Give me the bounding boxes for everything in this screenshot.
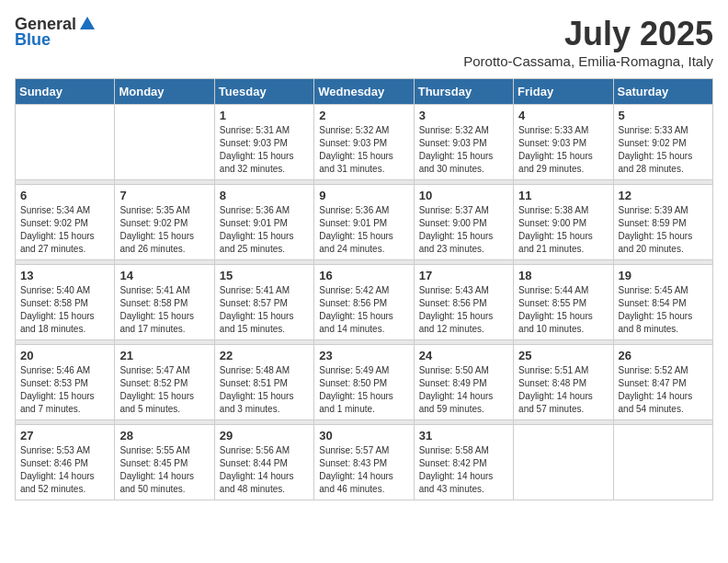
day-number: 17: [419, 269, 508, 282]
day-info: Sunrise: 5:58 AMSunset: 8:42 PMDaylight:…: [419, 444, 508, 496]
weekday-header-friday: Friday: [514, 79, 613, 105]
day-info: Sunrise: 5:31 AMSunset: 9:03 PMDaylight:…: [220, 124, 309, 176]
calendar-cell: 17Sunrise: 5:43 AMSunset: 8:56 PMDayligh…: [414, 265, 513, 340]
calendar-cell: 29Sunrise: 5:56 AMSunset: 8:44 PMDayligh…: [214, 425, 313, 500]
calendar-cell: 22Sunrise: 5:48 AMSunset: 8:51 PMDayligh…: [214, 345, 313, 420]
calendar-cell: 28Sunrise: 5:55 AMSunset: 8:45 PMDayligh…: [115, 425, 214, 500]
weekday-header-monday: Monday: [115, 79, 214, 105]
calendar-cell: 12Sunrise: 5:39 AMSunset: 8:59 PMDayligh…: [613, 185, 712, 260]
calendar-cell: 14Sunrise: 5:41 AMSunset: 8:58 PMDayligh…: [115, 265, 214, 340]
day-info: Sunrise: 5:33 AMSunset: 9:02 PMDaylight:…: [619, 124, 708, 176]
day-info: Sunrise: 5:35 AMSunset: 9:02 PMDaylight:…: [119, 204, 209, 256]
day-number: 12: [619, 189, 708, 202]
day-info: Sunrise: 5:42 AMSunset: 8:56 PMDaylight:…: [319, 284, 408, 336]
day-number: 22: [220, 349, 309, 362]
calendar-cell: 20Sunrise: 5:46 AMSunset: 8:53 PMDayligh…: [16, 345, 115, 420]
day-info: Sunrise: 5:51 AMSunset: 8:48 PMDaylight:…: [518, 364, 608, 416]
day-number: 1: [220, 109, 309, 122]
day-info: Sunrise: 5:52 AMSunset: 8:47 PMDaylight:…: [619, 364, 708, 416]
calendar: SundayMondayTuesdayWednesdayThursdayFrid…: [15, 78, 713, 500]
day-info: Sunrise: 5:33 AMSunset: 9:03 PMDaylight:…: [518, 124, 608, 176]
day-info: Sunrise: 5:56 AMSunset: 8:44 PMDaylight:…: [220, 444, 309, 496]
calendar-cell: 31Sunrise: 5:58 AMSunset: 8:42 PMDayligh…: [414, 425, 513, 500]
calendar-cell: 4Sunrise: 5:33 AMSunset: 9:03 PMDaylight…: [514, 105, 613, 180]
calendar-cell: 19Sunrise: 5:45 AMSunset: 8:54 PMDayligh…: [613, 265, 712, 340]
day-info: Sunrise: 5:50 AMSunset: 8:49 PMDaylight:…: [419, 364, 508, 416]
calendar-cell: 30Sunrise: 5:57 AMSunset: 8:43 PMDayligh…: [314, 425, 414, 500]
calendar-cell: [613, 425, 712, 500]
calendar-cell: 1Sunrise: 5:31 AMSunset: 9:03 PMDaylight…: [214, 105, 313, 180]
calendar-cell: [514, 425, 613, 500]
day-info: Sunrise: 5:32 AMSunset: 9:03 PMDaylight:…: [319, 124, 408, 176]
day-info: Sunrise: 5:45 AMSunset: 8:54 PMDaylight:…: [619, 284, 708, 336]
calendar-cell: 25Sunrise: 5:51 AMSunset: 8:48 PMDayligh…: [514, 345, 613, 420]
day-info: Sunrise: 5:41 AMSunset: 8:58 PMDaylight:…: [119, 284, 209, 336]
calendar-cell: 11Sunrise: 5:38 AMSunset: 9:00 PMDayligh…: [514, 185, 613, 260]
calendar-cell: [16, 105, 115, 180]
day-number: 8: [220, 189, 309, 202]
day-number: 7: [119, 189, 209, 202]
calendar-cell: 26Sunrise: 5:52 AMSunset: 8:47 PMDayligh…: [613, 345, 712, 420]
day-info: Sunrise: 5:57 AMSunset: 8:43 PMDaylight:…: [319, 444, 408, 496]
calendar-cell: 18Sunrise: 5:44 AMSunset: 8:55 PMDayligh…: [514, 265, 613, 340]
day-number: 31: [419, 429, 508, 442]
day-number: 3: [419, 109, 508, 122]
calendar-cell: [115, 105, 214, 180]
day-number: 2: [319, 109, 408, 122]
logo-icon: [78, 15, 97, 33]
calendar-week-row: 6Sunrise: 5:34 AMSunset: 9:02 PMDaylight…: [16, 185, 713, 260]
calendar-week-row: 1Sunrise: 5:31 AMSunset: 9:03 PMDaylight…: [16, 105, 713, 180]
weekday-header-wednesday: Wednesday: [314, 79, 414, 105]
day-number: 24: [419, 349, 508, 362]
logo: General Blue: [15, 15, 97, 50]
day-number: 6: [20, 189, 109, 202]
weekday-header-saturday: Saturday: [613, 79, 712, 105]
calendar-cell: 7Sunrise: 5:35 AMSunset: 9:02 PMDaylight…: [115, 185, 214, 260]
day-info: Sunrise: 5:36 AMSunset: 9:01 PMDaylight:…: [220, 204, 309, 256]
calendar-cell: 2Sunrise: 5:32 AMSunset: 9:03 PMDaylight…: [314, 105, 414, 180]
calendar-cell: 13Sunrise: 5:40 AMSunset: 8:58 PMDayligh…: [16, 265, 115, 340]
weekday-header-thursday: Thursday: [414, 79, 513, 105]
day-number: 21: [119, 349, 209, 362]
day-info: Sunrise: 5:44 AMSunset: 8:55 PMDaylight:…: [518, 284, 608, 336]
weekday-header-row: SundayMondayTuesdayWednesdayThursdayFrid…: [16, 79, 713, 105]
day-info: Sunrise: 5:39 AMSunset: 8:59 PMDaylight:…: [619, 204, 708, 256]
day-info: Sunrise: 5:48 AMSunset: 8:51 PMDaylight:…: [220, 364, 309, 416]
day-number: 18: [518, 269, 608, 282]
header: General Blue July 2025 Porotto-Cassama, …: [15, 15, 713, 69]
day-info: Sunrise: 5:47 AMSunset: 8:52 PMDaylight:…: [119, 364, 209, 416]
day-info: Sunrise: 5:55 AMSunset: 8:45 PMDaylight:…: [119, 444, 209, 496]
day-info: Sunrise: 5:43 AMSunset: 8:56 PMDaylight:…: [419, 284, 508, 336]
calendar-cell: 23Sunrise: 5:49 AMSunset: 8:50 PMDayligh…: [314, 345, 414, 420]
weekday-header-sunday: Sunday: [16, 79, 115, 105]
day-number: 9: [319, 189, 408, 202]
day-number: 11: [518, 189, 608, 202]
location: Porotto-Cassama, Emilia-Romagna, Italy: [463, 53, 713, 69]
day-number: 15: [220, 269, 309, 282]
day-number: 10: [419, 189, 508, 202]
calendar-cell: 10Sunrise: 5:37 AMSunset: 9:00 PMDayligh…: [414, 185, 513, 260]
day-number: 16: [319, 269, 408, 282]
day-number: 28: [119, 429, 209, 442]
day-info: Sunrise: 5:37 AMSunset: 9:00 PMDaylight:…: [419, 204, 508, 256]
calendar-cell: 8Sunrise: 5:36 AMSunset: 9:01 PMDaylight…: [214, 185, 313, 260]
day-info: Sunrise: 5:41 AMSunset: 8:57 PMDaylight:…: [220, 284, 309, 336]
day-info: Sunrise: 5:32 AMSunset: 9:03 PMDaylight:…: [419, 124, 508, 176]
calendar-week-row: 13Sunrise: 5:40 AMSunset: 8:58 PMDayligh…: [16, 265, 713, 340]
day-info: Sunrise: 5:36 AMSunset: 9:01 PMDaylight:…: [319, 204, 408, 256]
day-info: Sunrise: 5:38 AMSunset: 9:00 PMDaylight:…: [518, 204, 608, 256]
day-number: 25: [518, 349, 608, 362]
day-number: 14: [119, 269, 209, 282]
calendar-cell: 9Sunrise: 5:36 AMSunset: 9:01 PMDaylight…: [314, 185, 414, 260]
calendar-cell: 24Sunrise: 5:50 AMSunset: 8:49 PMDayligh…: [414, 345, 513, 420]
day-number: 13: [20, 269, 109, 282]
day-number: 27: [20, 429, 109, 442]
weekday-header-tuesday: Tuesday: [214, 79, 313, 105]
day-number: 5: [619, 109, 708, 122]
calendar-cell: 21Sunrise: 5:47 AMSunset: 8:52 PMDayligh…: [115, 345, 214, 420]
day-number: 23: [319, 349, 408, 362]
calendar-cell: 27Sunrise: 5:53 AMSunset: 8:46 PMDayligh…: [16, 425, 115, 500]
day-info: Sunrise: 5:34 AMSunset: 9:02 PMDaylight:…: [20, 204, 109, 256]
calendar-cell: 16Sunrise: 5:42 AMSunset: 8:56 PMDayligh…: [314, 265, 414, 340]
day-info: Sunrise: 5:49 AMSunset: 8:50 PMDaylight:…: [319, 364, 408, 416]
